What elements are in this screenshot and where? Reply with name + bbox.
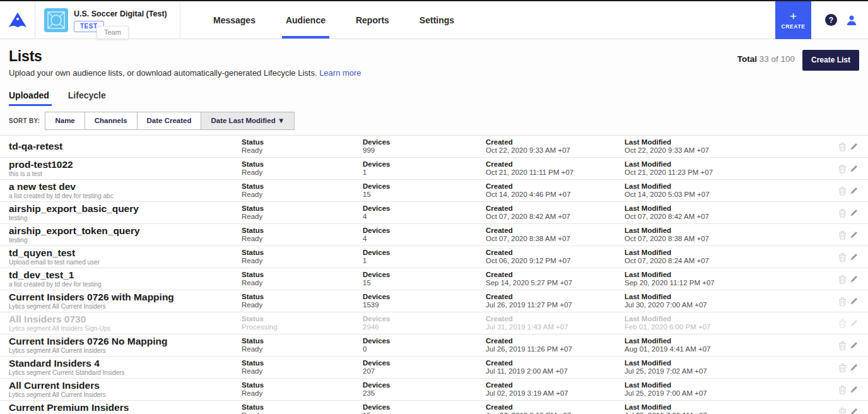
learn-more-link[interactable]: Learn more [319, 68, 361, 78]
devices-label: Devices [363, 271, 486, 279]
edit-list-button[interactable] [850, 364, 858, 371]
edit-list-button[interactable] [850, 187, 858, 194]
list-row[interactable]: td-qa-retest Status Ready Devices 999 Cr… [0, 135, 868, 157]
edit-list-button[interactable] [850, 297, 858, 305]
project-app-icon [44, 8, 68, 32]
nav-messages[interactable]: Messages [198, 1, 271, 38]
list-row[interactable]: Current Insiders 0726 No Mapping Lytics … [0, 334, 868, 356]
help-icon[interactable]: ? [825, 14, 837, 26]
created-value: Jul 26, 2019 11:27 PM +07 [486, 301, 625, 309]
edit-list-button[interactable] [850, 165, 858, 172]
trash-icon [838, 407, 847, 414]
tab-lifecycle[interactable]: Lifecycle [68, 90, 106, 106]
created-cell: Created Oct 21, 2020 11:11 PM +07 [486, 158, 625, 179]
airship-logo[interactable] [0, 1, 35, 38]
devices-value: 2946 [363, 323, 486, 331]
nav-reports[interactable]: Reports [341, 1, 404, 38]
delete-list-button[interactable] [838, 319, 847, 328]
last-modified-label: Last Modified [625, 227, 833, 235]
nav-settings[interactable]: Settings [404, 1, 469, 38]
project-name: U.S. Soccer Digital (Test) [74, 9, 167, 18]
status-value: Ready [242, 389, 363, 398]
list-row[interactable]: airship_export_basic_query testing Statu… [0, 201, 868, 223]
sort-by-label: SORT BY: [9, 117, 40, 124]
modified-cell: Last Modified Oct 14, 2020 5:03 PM +07 [625, 180, 833, 201]
created-value: Oct 21, 2020 11:11 PM +07 [486, 169, 625, 177]
sort-channels-button[interactable]: Channels [85, 112, 138, 130]
status-label: Status [242, 249, 363, 257]
tab-uploaded[interactable]: Uploaded [9, 90, 49, 106]
last-modified-value: Oct 21, 2020 11:23 PM +07 [625, 169, 833, 177]
list-row[interactable]: td_dev_test_1 a list created by td dev f… [0, 268, 868, 290]
list-row[interactable]: td_quyen_test Upload email to test named… [0, 245, 868, 268]
create-button[interactable]: + CREATE [775, 1, 811, 39]
delete-list-button[interactable] [838, 297, 847, 306]
list-row[interactable]: prod-test1022 this is a test Status Read… [0, 157, 868, 179]
devices-cell: Devices 999 [363, 136, 486, 157]
user-account-icon[interactable] [845, 14, 858, 27]
lists-table: td-qa-retest Status Ready Devices 999 Cr… [0, 135, 868, 414]
page-subtitle: Upload your own audience lists, or downl… [9, 68, 361, 78]
delete-list-button[interactable] [838, 363, 847, 372]
last-modified-label: Last Modified [625, 315, 833, 323]
delete-list-button[interactable] [838, 164, 847, 174]
sort-name-button[interactable]: Name [45, 112, 85, 130]
list-row[interactable]: Current Insiders 0726 with Mapping Lytic… [0, 290, 868, 312]
sort-date-last-modified-button[interactable]: Date Last Modified ▼ [201, 112, 295, 130]
list-description: Lytics segment All Current Insiders [9, 347, 242, 354]
edit-list-button[interactable] [850, 275, 858, 283]
created-value: Oct 14, 2020 4:46 PM +07 [486, 191, 625, 199]
page-head: Lists Upload your own audience lists, or… [0, 39, 868, 78]
delete-list-button[interactable] [838, 341, 847, 350]
row-actions [833, 334, 868, 356]
edit-list-button[interactable] [850, 143, 858, 150]
edit-list-button[interactable] [850, 386, 858, 393]
modified-cell: Last Modified Oct 07, 2020 8:24 AM +07 [625, 246, 833, 268]
list-row[interactable]: Current Premium Insiders Lytics segment … [0, 400, 868, 414]
trash-icon [838, 208, 847, 218]
list-name-cell: td_dev_test_1 a list created by td dev f… [0, 268, 242, 290]
delete-list-button[interactable] [838, 252, 847, 262]
trash-icon [838, 297, 847, 306]
list-name-cell: Current Premium Insiders Lytics segment … [0, 401, 242, 414]
list-row[interactable]: a new test dev a list created by td dev … [0, 179, 868, 201]
status-value: Ready [242, 235, 363, 243]
delete-list-button[interactable] [838, 385, 847, 394]
delete-list-button[interactable] [838, 142, 847, 151]
project-selector[interactable]: U.S. Soccer Digital (Test) TEST Team [35, 1, 180, 38]
devices-label: Devices [363, 182, 486, 191]
status-label: Status [242, 204, 363, 213]
devices-cell: Devices 4 [363, 224, 486, 245]
edit-list-button[interactable] [850, 341, 858, 349]
delete-list-button[interactable] [838, 186, 847, 196]
status-value: Ready [242, 345, 363, 353]
row-actions [833, 180, 868, 201]
nav-audience[interactable]: Audience [271, 1, 341, 38]
create-list-button[interactable]: Create List [802, 50, 859, 71]
delete-list-button[interactable] [838, 230, 847, 240]
edit-list-button[interactable] [850, 408, 858, 414]
sort-date-created-button[interactable]: Date Created [137, 112, 202, 130]
list-row[interactable]: All Insiders 0730 Lytics segment All Ins… [0, 312, 868, 334]
delete-list-button[interactable] [838, 275, 847, 284]
total-value: 33 of 100 [760, 54, 795, 64]
last-modified-label: Last Modified [625, 403, 833, 411]
list-row[interactable]: airship_export_token_query testing Statu… [0, 223, 868, 245]
list-name: prod-test1022 [9, 160, 242, 170]
devices-label: Devices [363, 249, 486, 257]
delete-list-button[interactable] [838, 208, 847, 218]
edit-list-button[interactable] [850, 253, 858, 261]
list-row[interactable]: Standard Insiders 4 Lytics segment Curre… [0, 356, 868, 378]
list-name-cell: td_quyen_test Upload email to test named… [0, 246, 242, 268]
devices-cell: Devices 207 [363, 357, 486, 378]
edit-list-button[interactable] [850, 231, 858, 239]
devices-value: 15 [363, 191, 486, 199]
chevron-down-icon[interactable] [167, 15, 168, 25]
list-row[interactable]: All Current Insiders Lytics segment All … [0, 378, 868, 400]
edit-list-button[interactable] [850, 209, 858, 216]
delete-list-button[interactable] [838, 407, 847, 414]
row-actions [833, 401, 868, 414]
devices-value: 15 [363, 411, 486, 414]
last-modified-value: Aug 01, 2019 4:41 AM +07 [625, 345, 833, 353]
edit-list-button[interactable] [850, 319, 858, 327]
